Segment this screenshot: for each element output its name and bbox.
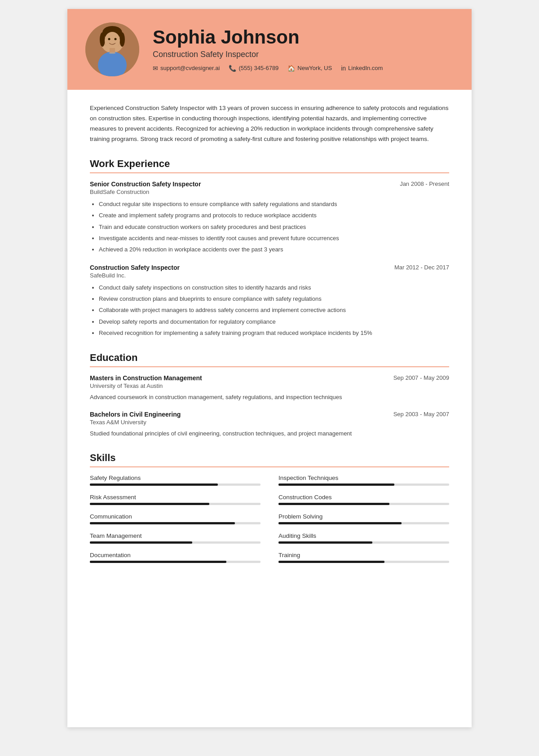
header-section: Sophia Johnson Construction Safety Inspe… xyxy=(67,9,472,90)
entry-header-2: Construction Safety Inspector Mar 2012 -… xyxy=(90,264,449,271)
email-icon: ✉ xyxy=(153,65,158,72)
job-date-2: Mar 2012 - Dec 2017 xyxy=(394,264,449,271)
experience-title: Work Experience xyxy=(90,158,449,170)
skill-bar-bg-1 xyxy=(278,483,449,486)
skill-name-4: Communication xyxy=(90,513,261,520)
edu-desc-1: Advanced coursework in construction mana… xyxy=(90,393,449,402)
school-2: Texas A&M University xyxy=(90,419,449,426)
skill-bar-fill-8 xyxy=(90,561,226,563)
education-entry-1: Masters in Construction Management Sep 2… xyxy=(90,374,449,402)
experience-divider xyxy=(90,172,449,173)
skill-item-3: Construction Codes xyxy=(278,494,449,505)
skill-bar-bg-4 xyxy=(90,522,261,524)
linkedin-icon: in xyxy=(341,65,346,72)
education-divider xyxy=(90,366,449,367)
bullet-1-3: Train and educate construction workers o… xyxy=(99,222,449,232)
job-bullets-1: Conduct regular site inspections to ensu… xyxy=(90,199,449,255)
edu-date-2: Sep 2003 - May 2007 xyxy=(393,411,449,418)
bullet-1-1: Conduct regular site inspections to ensu… xyxy=(99,199,449,209)
contact-linkedin: in LinkedIn.com xyxy=(341,65,383,72)
bullet-2-1: Conduct daily safety inspections on cons… xyxy=(99,282,449,293)
skill-bar-fill-0 xyxy=(90,483,218,486)
edu-header-2: Bachelors in Civil Engineering Sep 2003 … xyxy=(90,411,449,418)
skill-bar-bg-3 xyxy=(278,503,449,505)
contact-email: ✉ support@cvdesigner.ai xyxy=(153,65,220,72)
skill-bar-bg-5 xyxy=(278,522,449,524)
education-title: Education xyxy=(90,352,449,364)
edu-date-1: Sep 2007 - May 2009 xyxy=(393,374,449,381)
skills-title: Skills xyxy=(90,452,449,464)
skill-name-3: Construction Codes xyxy=(278,494,449,501)
skill-name-8: Documentation xyxy=(90,552,261,558)
job-bullets-2: Conduct daily safety inspections on cons… xyxy=(90,282,449,338)
skills-grid: Safety Regulations Inspection Techniques… xyxy=(90,475,449,567)
contact-phone: 📞 (555) 345-6789 xyxy=(229,65,278,72)
skills-divider xyxy=(90,466,449,467)
resume-container: Sophia Johnson Construction Safety Inspe… xyxy=(67,9,472,727)
bullet-1-5: Achieved a 20% reduction in workplace ac… xyxy=(99,244,449,255)
skill-item-9: Training xyxy=(278,552,449,563)
skill-bar-bg-7 xyxy=(278,541,449,544)
bullet-2-2: Review construction plans and blueprints… xyxy=(99,294,449,304)
skill-name-9: Training xyxy=(278,552,449,558)
svg-point-7 xyxy=(108,38,110,40)
summary-section: Experienced Construction Safety Inspecto… xyxy=(90,103,449,145)
email-value: support@cvdesigner.ai xyxy=(160,65,220,71)
skill-item-2: Risk Assessment xyxy=(90,494,261,505)
svg-point-11 xyxy=(109,52,116,54)
skill-name-2: Risk Assessment xyxy=(90,494,261,501)
skill-bar-bg-8 xyxy=(90,561,261,563)
skill-bar-fill-7 xyxy=(278,541,372,544)
skill-name-1: Inspection Techniques xyxy=(278,475,449,481)
skill-bar-bg-9 xyxy=(278,561,449,563)
company-1: BuildSafe Construction xyxy=(90,189,449,195)
avatar xyxy=(85,22,139,76)
experience-entry-1: Senior Construction Safety Inspector Jan… xyxy=(90,180,449,255)
skill-bar-bg-2 xyxy=(90,503,261,505)
skill-bar-fill-9 xyxy=(278,561,384,563)
bullet-1-4: Investigate accidents and near-misses to… xyxy=(99,233,449,243)
summary-text: Experienced Construction Safety Inspecto… xyxy=(90,103,449,145)
bullet-2-4: Develop safety reports and documentation… xyxy=(99,316,449,327)
company-2: SafeBuild Inc. xyxy=(90,272,449,279)
svg-point-6 xyxy=(105,32,120,49)
location-icon: 🏠 xyxy=(287,65,295,72)
skill-bar-fill-4 xyxy=(90,522,235,524)
skill-name-5: Problem Solving xyxy=(278,513,449,520)
location-value: NewYork, US xyxy=(297,65,332,71)
skill-bar-fill-3 xyxy=(278,503,389,505)
job-title-1: Senior Construction Safety Inspector xyxy=(90,180,201,188)
skill-bar-fill-2 xyxy=(90,503,209,505)
skill-item-6: Team Management xyxy=(90,532,261,544)
skill-item-1: Inspection Techniques xyxy=(278,475,449,486)
experience-section: Work Experience Senior Construction Safe… xyxy=(90,158,449,338)
contact-row: ✉ support@cvdesigner.ai 📞 (555) 345-6789… xyxy=(153,65,454,72)
skill-bar-fill-1 xyxy=(278,483,394,486)
edu-desc-2: Studied foundational principles of civil… xyxy=(90,429,449,439)
svg-point-8 xyxy=(115,38,117,40)
svg-point-4 xyxy=(100,32,105,47)
skill-bar-fill-5 xyxy=(278,522,402,524)
degree-2: Bachelors in Civil Engineering xyxy=(90,411,181,418)
svg-point-5 xyxy=(119,32,125,47)
skill-item-5: Problem Solving xyxy=(278,513,449,524)
skill-item-8: Documentation xyxy=(90,552,261,563)
candidate-title: Construction Safety Inspector xyxy=(153,50,454,59)
candidate-name: Sophia Johnson xyxy=(153,27,454,48)
degree-1: Masters in Construction Management xyxy=(90,374,202,382)
school-1: University of Texas at Austin xyxy=(90,382,449,389)
skill-name-6: Team Management xyxy=(90,532,261,539)
job-title-2: Construction Safety Inspector xyxy=(90,264,180,271)
skills-section: Skills Safety Regulations Inspection Tec… xyxy=(90,452,449,567)
bullet-2-5: Received recognition for implementing a … xyxy=(99,328,449,338)
experience-entry-2: Construction Safety Inspector Mar 2012 -… xyxy=(90,264,449,338)
skill-item-4: Communication xyxy=(90,513,261,524)
resume-body: Experienced Construction Safety Inspecto… xyxy=(67,90,472,593)
phone-icon: 📞 xyxy=(229,65,236,72)
skill-item-7: Auditing Skills xyxy=(278,532,449,544)
phone-value: (555) 345-6789 xyxy=(239,65,278,71)
education-section: Education Masters in Construction Manage… xyxy=(90,352,449,439)
bullet-1-2: Create and implement safety programs and… xyxy=(99,210,449,220)
skill-bar-fill-6 xyxy=(90,541,192,544)
linkedin-value: LinkedIn.com xyxy=(348,65,383,71)
